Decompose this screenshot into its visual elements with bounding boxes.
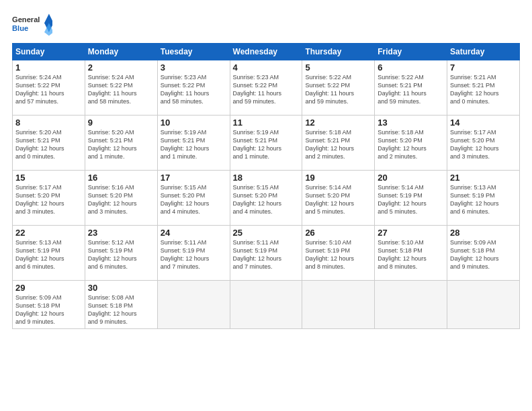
day-info: Sunrise: 5:16 AMSunset: 5:20 PMDaylight:… (88, 184, 137, 215)
day-number: 11 (233, 118, 300, 128)
calendar-day-14: 14Sunrise: 5:17 AMSunset: 5:20 PMDayligh… (447, 116, 520, 171)
day-info: Sunrise: 5:19 AMSunset: 5:21 PMDaylight:… (233, 129, 282, 160)
calendar-day-5: 5Sunrise: 5:22 AMSunset: 5:22 PMDaylight… (302, 60, 375, 116)
day-info: Sunrise: 5:08 AMSunset: 5:18 PMDaylight:… (88, 294, 137, 325)
col-wednesday: Wednesday (230, 44, 302, 60)
calendar-day-10: 10Sunrise: 5:19 AMSunset: 5:21 PMDayligh… (157, 116, 230, 171)
day-info: Sunrise: 5:14 AMSunset: 5:20 PMDaylight:… (305, 184, 354, 215)
day-number: 29 (15, 283, 82, 293)
day-info: Sunrise: 5:21 AMSunset: 5:21 PMDaylight:… (450, 74, 499, 105)
day-info: Sunrise: 5:11 AMSunset: 5:19 PMDaylight:… (161, 239, 210, 270)
day-info: Sunrise: 5:22 AMSunset: 5:22 PMDaylight:… (305, 74, 354, 105)
day-info: Sunrise: 5:13 AMSunset: 5:19 PMDaylight:… (15, 239, 64, 270)
day-info: Sunrise: 5:20 AMSunset: 5:21 PMDaylight:… (88, 129, 137, 160)
calendar-day-12: 12Sunrise: 5:18 AMSunset: 5:21 PMDayligh… (302, 116, 375, 171)
calendar-day-empty (230, 281, 302, 329)
calendar-week-5: 29Sunrise: 5:09 AMSunset: 5:18 PMDayligh… (13, 281, 520, 329)
day-number: 21 (450, 173, 517, 183)
calendar-day-15: 15Sunrise: 5:17 AMSunset: 5:20 PMDayligh… (13, 171, 85, 226)
day-info: Sunrise: 5:23 AMSunset: 5:22 PMDaylight:… (161, 74, 210, 105)
calendar-day-27: 27Sunrise: 5:10 AMSunset: 5:18 PMDayligh… (375, 226, 447, 281)
calendar-day-13: 13Sunrise: 5:18 AMSunset: 5:20 PMDayligh… (375, 116, 447, 171)
day-info: Sunrise: 5:17 AMSunset: 5:20 PMDaylight:… (450, 129, 499, 160)
calendar-day-11: 11Sunrise: 5:19 AMSunset: 5:21 PMDayligh… (230, 116, 302, 171)
calendar-day-25: 25Sunrise: 5:11 AMSunset: 5:19 PMDayligh… (230, 226, 302, 281)
calendar-day-4: 4Sunrise: 5:23 AMSunset: 5:22 PMDaylight… (230, 60, 302, 116)
day-number: 25 (233, 228, 300, 238)
calendar-day-7: 7Sunrise: 5:21 AMSunset: 5:21 PMDaylight… (447, 60, 520, 116)
logo: General Blue (12, 12, 52, 36)
day-info: Sunrise: 5:09 AMSunset: 5:18 PMDaylight:… (450, 239, 499, 270)
day-number: 15 (15, 173, 82, 183)
calendar-day-16: 16Sunrise: 5:16 AMSunset: 5:20 PMDayligh… (85, 171, 157, 226)
calendar-day-23: 23Sunrise: 5:12 AMSunset: 5:19 PMDayligh… (85, 226, 157, 281)
day-number: 1 (15, 62, 82, 73)
day-number: 18 (233, 173, 300, 183)
calendar-day-empty (157, 281, 230, 329)
day-info: Sunrise: 5:19 AMSunset: 5:21 PMDaylight:… (161, 129, 210, 160)
day-number: 4 (233, 62, 300, 73)
day-number: 9 (88, 118, 154, 128)
day-info: Sunrise: 5:11 AMSunset: 5:19 PMDaylight:… (233, 239, 282, 270)
day-number: 12 (305, 118, 371, 128)
day-number: 5 (305, 62, 371, 73)
col-saturday: Saturday (447, 44, 520, 60)
day-info: Sunrise: 5:09 AMSunset: 5:18 PMDaylight:… (15, 294, 64, 325)
calendar-day-22: 22Sunrise: 5:13 AMSunset: 5:19 PMDayligh… (13, 226, 85, 281)
day-info: Sunrise: 5:14 AMSunset: 5:19 PMDaylight:… (378, 184, 427, 215)
col-friday: Friday (375, 44, 447, 60)
day-number: 3 (161, 62, 227, 73)
day-number: 14 (450, 118, 517, 128)
day-info: Sunrise: 5:12 AMSunset: 5:19 PMDaylight:… (88, 239, 137, 270)
generalblue-logo-icon: General Blue (12, 12, 52, 36)
day-number: 22 (15, 228, 82, 238)
day-number: 23 (88, 228, 154, 238)
day-info: Sunrise: 5:20 AMSunset: 5:21 PMDaylight:… (15, 129, 64, 160)
calendar-day-3: 3Sunrise: 5:23 AMSunset: 5:22 PMDaylight… (157, 60, 230, 116)
day-info: Sunrise: 5:24 AMSunset: 5:22 PMDaylight:… (88, 74, 137, 105)
svg-text:General: General (12, 15, 40, 24)
day-number: 28 (450, 228, 517, 238)
calendar-week-2: 8Sunrise: 5:20 AMSunset: 5:21 PMDaylight… (13, 116, 520, 171)
day-number: 7 (450, 62, 517, 73)
day-info: Sunrise: 5:18 AMSunset: 5:21 PMDaylight:… (305, 129, 354, 160)
day-number: 13 (378, 118, 444, 128)
calendar-week-4: 22Sunrise: 5:13 AMSunset: 5:19 PMDayligh… (13, 226, 520, 281)
day-info: Sunrise: 5:23 AMSunset: 5:22 PMDaylight:… (233, 74, 282, 105)
col-sunday: Sunday (13, 44, 85, 60)
svg-text:Blue: Blue (12, 24, 28, 32)
day-info: Sunrise: 5:13 AMSunset: 5:19 PMDaylight:… (450, 184, 499, 215)
calendar-week-3: 15Sunrise: 5:17 AMSunset: 5:20 PMDayligh… (13, 171, 520, 226)
col-thursday: Thursday (302, 44, 375, 60)
header: General Blue (12, 12, 520, 36)
day-info: Sunrise: 5:24 AMSunset: 5:22 PMDaylight:… (15, 74, 64, 105)
day-info: Sunrise: 5:22 AMSunset: 5:21 PMDaylight:… (378, 74, 427, 105)
day-number: 6 (378, 62, 444, 73)
calendar-week-1: 1Sunrise: 5:24 AMSunset: 5:22 PMDaylight… (13, 60, 520, 116)
calendar-day-20: 20Sunrise: 5:14 AMSunset: 5:19 PMDayligh… (375, 171, 447, 226)
calendar-day-17: 17Sunrise: 5:15 AMSunset: 5:20 PMDayligh… (157, 171, 230, 226)
day-number: 30 (88, 283, 154, 293)
calendar-table: Sunday Monday Tuesday Wednesday Thursday… (12, 43, 520, 329)
calendar-day-2: 2Sunrise: 5:24 AMSunset: 5:22 PMDaylight… (85, 60, 157, 116)
calendar-day-19: 19Sunrise: 5:14 AMSunset: 5:20 PMDayligh… (302, 171, 375, 226)
day-number: 2 (88, 62, 154, 73)
day-number: 27 (378, 228, 444, 238)
day-number: 10 (161, 118, 227, 128)
calendar-day-18: 18Sunrise: 5:15 AMSunset: 5:20 PMDayligh… (230, 171, 302, 226)
calendar-day-empty (302, 281, 375, 329)
day-info: Sunrise: 5:17 AMSunset: 5:20 PMDaylight:… (15, 184, 64, 215)
calendar-day-empty (447, 281, 520, 329)
calendar-day-1: 1Sunrise: 5:24 AMSunset: 5:22 PMDaylight… (13, 60, 85, 116)
calendar-header-row: Sunday Monday Tuesday Wednesday Thursday… (13, 44, 520, 60)
col-monday: Monday (85, 44, 157, 60)
day-info: Sunrise: 5:15 AMSunset: 5:20 PMDaylight:… (161, 184, 210, 215)
day-number: 20 (378, 173, 444, 183)
day-number: 8 (15, 118, 82, 128)
day-number: 24 (161, 228, 227, 238)
day-info: Sunrise: 5:10 AMSunset: 5:19 PMDaylight:… (305, 239, 354, 270)
calendar-day-26: 26Sunrise: 5:10 AMSunset: 5:19 PMDayligh… (302, 226, 375, 281)
day-number: 17 (161, 173, 227, 183)
day-number: 26 (305, 228, 371, 238)
day-info: Sunrise: 5:10 AMSunset: 5:18 PMDaylight:… (378, 239, 427, 270)
